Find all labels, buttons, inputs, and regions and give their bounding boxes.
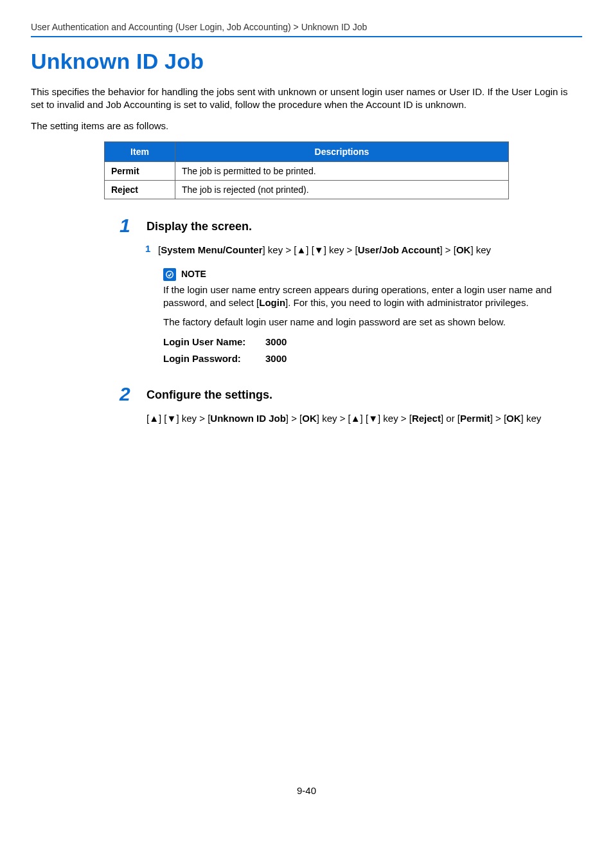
svg-point-0 <box>166 271 173 278</box>
step-2-title: Configure the settings. <box>147 388 272 402</box>
step-1-title: Display the screen. <box>147 220 252 233</box>
divider <box>31 36 582 37</box>
login-password-row: Login Password: 3000 <box>163 352 569 365</box>
substep-number: 1 <box>145 243 158 254</box>
table-cell-desc: The job is rejected (not printed). <box>175 180 509 199</box>
table-row: Permit The job is permitted to be printe… <box>105 161 509 180</box>
login-username-value: 3000 <box>265 336 287 348</box>
step-number-2: 2 <box>120 384 147 404</box>
page-number: 9-40 <box>31 785 582 796</box>
step-number-1: 1 <box>120 216 147 235</box>
step-1-substep-1: 1 [System Menu/Counter] key > [▲] [▼] ke… <box>145 243 582 257</box>
step-2-text: [▲] [▼] key > [Unknown ID Job] > [OK] ke… <box>147 411 582 425</box>
step-2-header: 2 Configure the settings. <box>120 384 582 404</box>
note-body-2: The factory default login user name and … <box>163 316 569 329</box>
substep-text: [System Menu/Counter] key > [▲] [▼] key … <box>158 243 491 257</box>
table-cell-item: Permit <box>105 161 175 180</box>
table-header-desc: Descriptions <box>175 141 509 161</box>
breadcrumb: User Authentication and Accounting (User… <box>31 22 582 32</box>
settings-table: Item Descriptions Permit The job is perm… <box>104 141 509 199</box>
login-username-row: Login User Name: 3000 <box>163 336 569 348</box>
login-password-value: 3000 <box>265 352 287 365</box>
note-body-1: If the login user name entry screen appe… <box>163 284 569 310</box>
table-row: Reject The job is rejected (not printed)… <box>105 180 509 199</box>
note-box: NOTE If the login user name entry screen… <box>163 268 569 365</box>
page-title: Unknown ID Job <box>31 49 582 74</box>
intro-paragraph-2: The setting items are as follows. <box>31 120 582 132</box>
login-password-label: Login Password: <box>163 352 256 365</box>
step-1-header: 1 Display the screen. <box>120 216 582 235</box>
table-cell-desc: The job is permitted to be printed. <box>175 161 509 180</box>
intro-paragraph-1: This specifies the behavior for handling… <box>31 86 582 112</box>
note-label: NOTE <box>181 268 206 280</box>
login-username-label: Login User Name: <box>163 336 256 348</box>
note-icon <box>163 268 176 281</box>
table-cell-item: Reject <box>105 180 175 199</box>
table-header-item: Item <box>105 141 175 161</box>
